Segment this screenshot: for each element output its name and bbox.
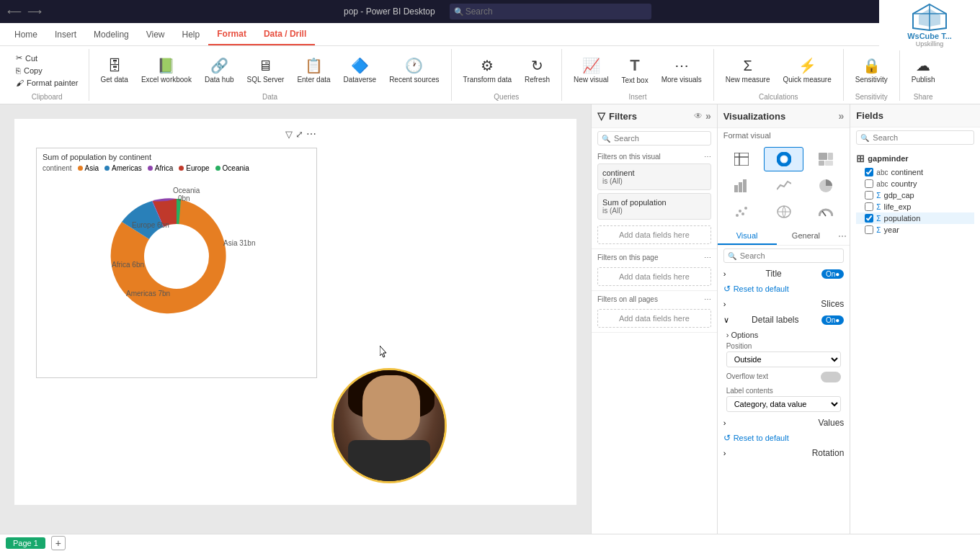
- ribbon: Home Insert Modeling View Help Format Da…: [0, 23, 980, 104]
- page-1-tab[interactable]: Page 1: [6, 537, 45, 549]
- filter-allpages-dots[interactable]: ⋯: [704, 295, 711, 303]
- chart-container[interactable]: ▽ ⤢ ⋯ Sum of population by continent con…: [36, 148, 317, 378]
- quick-measure-button[interactable]: ⚡ Quick measure: [778, 54, 837, 86]
- filter-visual-icon[interactable]: ▽: [285, 129, 293, 140]
- detail-labels-header[interactable]: ∨ Detail labels On●: [718, 312, 850, 328]
- cut-button[interactable]: ✂ Cut: [12, 52, 83, 64]
- fields-search-input[interactable]: [856, 130, 974, 145]
- field-population[interactable]: Σ population: [856, 212, 974, 224]
- viz-gauge-btn[interactable]: [806, 200, 845, 223]
- title-search-input[interactable]: [450, 4, 651, 19]
- gapminder-table-header[interactable]: ⊞ gapminder: [856, 151, 974, 166]
- overflow-text-toggle[interactable]: [821, 372, 841, 382]
- filter-icon: ▽: [597, 110, 605, 122]
- field-gdp-cap[interactable]: Σ gdp_cap: [856, 189, 974, 201]
- more-visuals-button[interactable]: ⋯ More visuals: [656, 54, 708, 86]
- get-data-button[interactable]: 🗄 Get data: [95, 55, 134, 86]
- refresh-button[interactable]: ↻ Refresh: [519, 54, 556, 86]
- add-allpages-filter-button[interactable]: Add data fields here: [597, 309, 711, 328]
- field-continent-checkbox[interactable]: [865, 168, 873, 176]
- filter-card-continent[interactable]: continent is (All): [597, 163, 711, 190]
- wscube-logo-icon: [912, 3, 948, 32]
- new-visual-button[interactable]: 📈 New visual: [568, 54, 614, 86]
- label-contents-container: Category, data value Category Data value…: [726, 396, 842, 412]
- detail-labels-toggle[interactable]: On●: [821, 315, 844, 325]
- tab-help[interactable]: Help: [174, 23, 209, 45]
- field-gdpcap-checkbox[interactable]: [865, 191, 873, 200]
- tab-modeling[interactable]: Modeling: [85, 23, 138, 45]
- tab-insert[interactable]: Insert: [46, 23, 85, 45]
- reset-to-default-button-2[interactable]: ↺ Reset to default: [718, 431, 850, 445]
- viz-slices-section[interactable]: › Slices: [718, 296, 850, 312]
- viz-map-btn[interactable]: [764, 200, 803, 223]
- viz-table-btn[interactable]: [722, 147, 762, 171]
- tab-data-drill[interactable]: Data / Drill: [255, 23, 315, 45]
- field-population-checkbox[interactable]: [865, 214, 873, 223]
- field-country-checkbox[interactable]: [865, 179, 873, 188]
- copy-button[interactable]: ⎘ Copy: [12, 65, 83, 76]
- tab-format[interactable]: Format: [208, 23, 255, 45]
- field-life-exp[interactable]: Σ life_exp: [856, 201, 974, 212]
- field-continent[interactable]: abc continent: [856, 166, 974, 178]
- enter-data-button[interactable]: 📋 Enter data: [291, 54, 336, 86]
- viz-bar-btn[interactable]: [722, 174, 762, 198]
- viz-rotation-section[interactable]: › Rotation: [718, 445, 850, 461]
- more-options-icon[interactable]: ⋯: [306, 128, 316, 140]
- redo-icon[interactable]: ⟶: [27, 6, 42, 17]
- label-contents-select[interactable]: Category, data value Category Data value…: [726, 396, 842, 412]
- rotation-chevron-icon: ›: [723, 449, 726, 457]
- filter-expand-icon[interactable]: »: [705, 110, 711, 122]
- add-page-button[interactable]: +: [51, 536, 66, 550]
- filters-on-page-section: Filters on this page ⋯ Add data fields h…: [592, 249, 717, 291]
- canvas-area[interactable]: ▽ ⤢ ⋯ Sum of population by continent con…: [0, 104, 591, 534]
- focus-mode-icon[interactable]: ⤢: [295, 129, 303, 140]
- country-type-icon: abc: [876, 180, 888, 188]
- viz-header-icons: »: [839, 110, 845, 122]
- viz-line-btn[interactable]: [764, 174, 803, 198]
- filter-eye-icon[interactable]: 👁: [694, 111, 703, 121]
- filter-card-population[interactable]: Sum of population is (All): [597, 193, 711, 220]
- viz-expand-icon[interactable]: »: [839, 110, 845, 122]
- excel-workbook-button[interactable]: 📗 Excel workbook: [135, 54, 197, 86]
- filter-header-icons: 👁 »: [694, 110, 711, 122]
- transform-data-button[interactable]: ⚙ Transform data: [458, 54, 517, 86]
- format-painter-button[interactable]: 🖌 Format painter: [12, 77, 83, 89]
- viz-visual-tab[interactable]: Visual: [718, 228, 777, 245]
- tab-view[interactable]: View: [138, 23, 174, 45]
- data-hub-button[interactable]: 🔗 Data hub: [199, 54, 240, 86]
- viz-donut-btn[interactable]: [764, 147, 803, 171]
- sensitivity-button[interactable]: 🔒 Sensitivity: [850, 54, 894, 86]
- filters-search-input[interactable]: [597, 131, 711, 145]
- filter-visual-dots[interactable]: ⋯: [704, 153, 711, 161]
- viz-tab-dots[interactable]: ⋯: [835, 228, 850, 245]
- svg-rect-10: [828, 153, 833, 160]
- field-lifeexp-checkbox[interactable]: [865, 202, 873, 211]
- viz-treemap-btn[interactable]: [806, 147, 845, 171]
- field-year[interactable]: Σ year: [856, 224, 974, 236]
- publish-button[interactable]: ☁ Publish: [906, 54, 941, 86]
- viz-title-section[interactable]: › Title On●: [718, 266, 850, 282]
- title-toggle[interactable]: On●: [821, 269, 844, 279]
- options-title[interactable]: › Options: [726, 331, 842, 339]
- add-page-filter-button[interactable]: Add data fields here: [597, 267, 711, 286]
- field-country[interactable]: abc country: [856, 178, 974, 189]
- position-select[interactable]: Outside Inside Best fit: [726, 351, 842, 367]
- population-sigma-icon: Σ: [876, 215, 881, 223]
- sql-server-button[interactable]: 🖥 SQL Server: [241, 55, 290, 86]
- viz-general-tab[interactable]: General: [777, 228, 836, 245]
- filter-page-dots[interactable]: ⋯: [704, 254, 711, 261]
- viz-search-input[interactable]: [723, 248, 845, 263]
- viz-pie-btn[interactable]: [806, 174, 845, 198]
- reset-to-default-button[interactable]: ↺ Reset to default: [718, 282, 850, 296]
- legend-africa-dot: [148, 166, 153, 171]
- new-measure-button[interactable]: Σ New measure: [720, 55, 776, 86]
- viz-scatter-btn[interactable]: [722, 200, 762, 223]
- recent-sources-button[interactable]: 🕐 Recent sources: [383, 54, 445, 86]
- undo-icon[interactable]: ⟵: [7, 6, 22, 17]
- dataverse-button[interactable]: 🔷 Dataverse: [338, 54, 383, 86]
- add-visual-filter-button[interactable]: Add data fields here: [597, 225, 711, 244]
- viz-values-section[interactable]: › Values: [718, 415, 850, 431]
- text-box-button[interactable]: T Text box: [615, 53, 654, 87]
- tab-home[interactable]: Home: [6, 23, 46, 45]
- field-year-checkbox[interactable]: [865, 225, 873, 234]
